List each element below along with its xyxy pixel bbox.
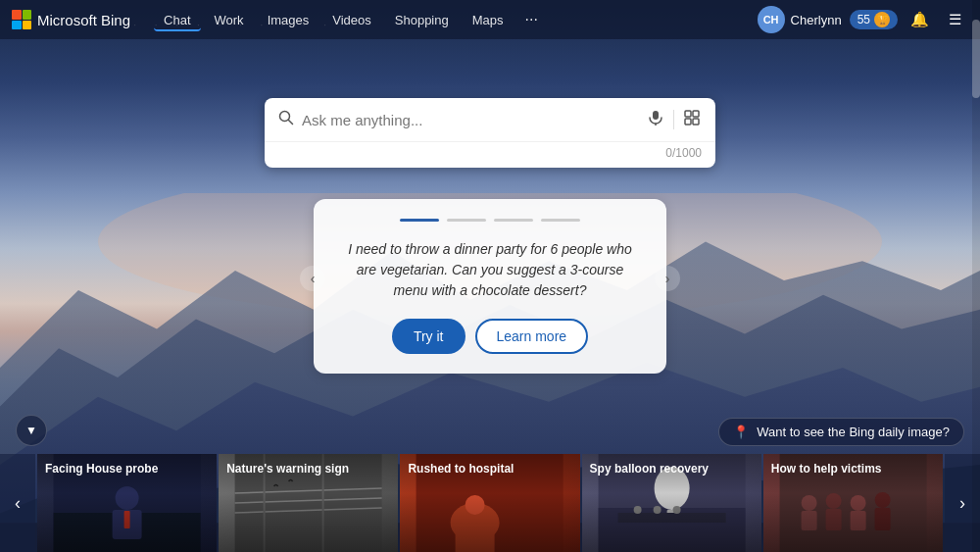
news-card-2-title: Nature's warning sign — [226, 462, 390, 477]
notification-button[interactable]: 🔔 — [906, 6, 933, 33]
collapse-button[interactable]: ▼ — [16, 415, 47, 446]
progress-indicators — [341, 219, 639, 222]
scrollbar[interactable] — [972, 0, 980, 552]
suggestion-wrapper: I need to throw a dinner party for 6 peo… — [314, 183, 666, 374]
search-counter: 0/1000 — [265, 141, 715, 168]
news-card-2[interactable]: Nature's warning sign — [219, 454, 398, 552]
user-name: Cherlynn — [791, 13, 842, 27]
daily-image-button[interactable]: 📍 Want to see the Bing daily image? — [718, 418, 964, 446]
nav-maps[interactable]: Maps — [463, 9, 514, 31]
svg-line-3 — [289, 121, 293, 125]
notification-icon: 🔔 — [910, 11, 929, 28]
svg-rect-8 — [685, 119, 691, 125]
news-strip: ‹ Facing House pr — [0, 454, 980, 552]
search-actions — [646, 108, 702, 131]
news-card-3[interactable]: Rushed to hospital — [400, 454, 579, 552]
news-prev-button[interactable]: ‹ — [0, 454, 35, 552]
logo-text: Microsoft Bing — [37, 12, 130, 28]
suggestion-actions: Try it Learn more — [341, 319, 639, 354]
location-icon: 📍 — [733, 425, 749, 439]
progress-dot-2 — [447, 219, 486, 222]
reward-icon: 🏆 — [874, 12, 890, 27]
visual-search-button[interactable] — [682, 108, 702, 131]
news-card-1[interactable]: Facing House probe — [37, 454, 217, 552]
search-icon — [278, 110, 294, 129]
learn-more-button[interactable]: Learn more — [475, 319, 589, 354]
daily-image-label: Want to see the Bing daily image? — [757, 425, 950, 439]
news-next-icon: › — [959, 493, 965, 514]
svg-rect-7 — [693, 111, 699, 117]
progress-dot-1 — [400, 219, 439, 222]
search-input[interactable] — [302, 112, 638, 128]
nav-work[interactable]: Work — [205, 9, 254, 31]
suggestion-next-arrow[interactable]: › — [655, 266, 680, 291]
news-card-4[interactable]: Spy balloon recovery — [582, 454, 761, 552]
reward-count: 55 — [858, 13, 870, 26]
progress-dot-4 — [541, 219, 580, 222]
progress-dot-3 — [494, 219, 533, 222]
svg-rect-9 — [693, 119, 699, 125]
news-card-5-title: How to help victims — [771, 462, 935, 477]
nav-shopping[interactable]: Shopping — [385, 9, 459, 31]
svg-rect-4 — [653, 111, 659, 120]
try-it-button[interactable]: Try it — [392, 319, 466, 354]
nav-more-button[interactable]: ··· — [517, 9, 546, 30]
nav-links: Chat Work Images Videos Shopping Maps ··… — [154, 9, 758, 31]
user-profile[interactable]: CH Cherlynn — [758, 6, 842, 33]
main-content: 0/1000 I need to throw a dinner party fo… — [0, 39, 980, 374]
news-card-3-title: Rushed to hospital — [408, 462, 571, 477]
svg-rect-6 — [685, 111, 691, 117]
bottom-area: ▼ 📍 Want to see the Bing daily image? ‹ — [0, 415, 980, 552]
logo[interactable]: Microsoft Bing — [12, 10, 130, 29]
microsoft-logo-icon — [12, 10, 31, 29]
chevron-down-icon: ▼ — [25, 424, 37, 437]
voice-search-button[interactable] — [646, 108, 665, 131]
search-container: 0/1000 — [265, 98, 715, 168]
bottom-controls-row: ▼ 📍 Want to see the Bing daily image? — [0, 415, 980, 454]
nav-images[interactable]: Images — [258, 9, 319, 31]
suggestion-text: I need to throw a dinner party for 6 peo… — [341, 239, 639, 301]
reward-badge[interactable]: 55 🏆 — [850, 10, 898, 29]
menu-button[interactable]: ☰ — [941, 6, 968, 33]
nav-right: CH Cherlynn 55 🏆 🔔 ☰ — [758, 6, 968, 33]
suggestion-prev-arrow[interactable]: ‹ — [300, 266, 325, 291]
news-card-1-title: Facing House probe — [45, 462, 209, 477]
news-card-4-title: Spy balloon recovery — [590, 462, 754, 477]
navbar: Microsoft Bing Chat Work Images Videos S… — [0, 0, 980, 39]
nav-chat[interactable]: Chat — [154, 9, 200, 31]
nav-videos[interactable]: Videos — [322, 9, 381, 31]
avatar: CH — [758, 6, 785, 33]
hamburger-icon: ☰ — [949, 11, 961, 28]
scrollbar-thumb[interactable] — [972, 20, 980, 98]
search-bar — [265, 98, 715, 141]
news-cards: Facing House probe — [37, 454, 943, 552]
news-prev-icon: ‹ — [15, 493, 21, 514]
suggestion-card: I need to throw a dinner party for 6 peo… — [314, 199, 666, 374]
news-card-5[interactable]: How to help victims — [763, 454, 943, 552]
